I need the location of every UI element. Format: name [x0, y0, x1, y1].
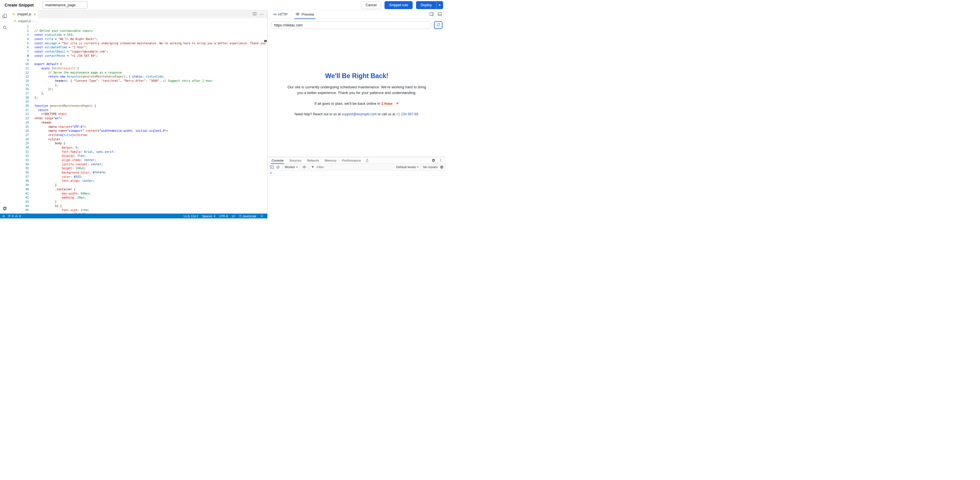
- code-line[interactable]: 41 max-width: 600px;: [10, 192, 267, 196]
- code-line[interactable]: 16 });: [10, 87, 267, 92]
- line-number[interactable]: 13: [10, 75, 34, 79]
- cursor-position[interactable]: Ln 8, Col 2: [184, 214, 198, 218]
- code-line[interactable]: 23<html lang="en">: [10, 116, 267, 121]
- code-line[interactable]: 7const contactEmail = "support@example.c…: [10, 50, 267, 54]
- line-number[interactable]: 44: [10, 204, 34, 209]
- line-number[interactable]: 28: [10, 138, 34, 142]
- line-number[interactable]: 20: [10, 104, 34, 108]
- code-line[interactable]: 25 <meta charset="UTF-8">: [10, 125, 267, 129]
- line-number[interactable]: 36: [10, 171, 34, 175]
- log-levels-selector[interactable]: Default levels▾: [396, 165, 418, 169]
- code-line[interactable]: 32 display: flex;: [10, 154, 267, 158]
- devtools-tab-memory[interactable]: Memory: [322, 157, 340, 163]
- context-selector[interactable]: Worker▾: [285, 165, 298, 169]
- code-line[interactable]: 31 font-family: Arial, sans-serif;: [10, 150, 267, 154]
- line-number[interactable]: 1: [10, 25, 34, 29]
- line-number[interactable]: 6: [10, 46, 34, 50]
- tab-snippet-js[interactable]: JS snippet.js ×: [10, 10, 39, 18]
- line-number[interactable]: 42: [10, 196, 34, 200]
- line-number[interactable]: 7: [10, 50, 34, 54]
- console-sidebar-icon[interactable]: [270, 165, 274, 169]
- language-mode[interactable]: {} JavaScript: [239, 214, 256, 218]
- code-line[interactable]: 10export default {: [10, 62, 267, 67]
- line-number[interactable]: 5: [10, 41, 34, 46]
- url-input[interactable]: [271, 21, 431, 29]
- refresh-button[interactable]: [434, 21, 442, 29]
- line-number[interactable]: 17: [10, 92, 34, 96]
- devtools-tab-network[interactable]: Network: [304, 157, 321, 163]
- code-line[interactable]: 29 body {: [10, 141, 267, 146]
- line-number[interactable]: 14: [10, 79, 34, 83]
- devtools-tab-performance[interactable]: Performance: [339, 157, 364, 163]
- code-line[interactable]: 9: [10, 58, 267, 62]
- line-number[interactable]: 27: [10, 133, 34, 138]
- line-number[interactable]: 22: [10, 112, 34, 116]
- panel-right-icon[interactable]: [430, 12, 434, 17]
- code-line[interactable]: 19: [10, 100, 267, 104]
- code-line[interactable]: 45 font-size: 2rem;: [10, 208, 267, 212]
- line-number[interactable]: 35: [10, 166, 34, 171]
- line-number[interactable]: 32: [10, 154, 34, 158]
- console-settings-gear-icon[interactable]: [440, 165, 444, 169]
- more-actions-icon[interactable]: ⋯: [260, 12, 264, 16]
- deploy-button[interactable]: Deploy: [416, 1, 436, 9]
- code-line[interactable]: 44 h1 {: [10, 204, 267, 209]
- console-prompt-row[interactable]: >: [267, 170, 446, 176]
- line-number[interactable]: 41: [10, 192, 34, 196]
- line-number[interactable]: 8: [10, 54, 34, 58]
- code-line[interactable]: 20function generateMaintenancePage() {: [10, 104, 267, 108]
- line-number[interactable]: 2: [10, 29, 34, 33]
- breadcrumb[interactable]: JS snippet.js › …: [10, 18, 267, 24]
- notifications-bell-icon[interactable]: [260, 214, 263, 217]
- live-expression-eye-icon[interactable]: [302, 165, 306, 169]
- line-number[interactable]: 23: [10, 116, 34, 121]
- code-line[interactable]: 18};: [10, 96, 267, 100]
- code-line[interactable]: 35 height: 100vh;: [10, 166, 267, 171]
- console-filter-input[interactable]: [316, 165, 394, 169]
- snippet-rule-button[interactable]: Snippet rule: [385, 1, 413, 9]
- line-number[interactable]: 33: [10, 158, 34, 162]
- line-number[interactable]: 43: [10, 200, 34, 204]
- encoding[interactable]: UTF-8: [219, 214, 228, 218]
- code-line[interactable]: 22 <!DOCTYPE html>: [10, 112, 267, 116]
- cancel-button[interactable]: Cancel: [361, 1, 381, 9]
- phone-link[interactable]: +1 234 567 89: [396, 112, 418, 116]
- line-number[interactable]: 11: [10, 67, 34, 71]
- beaker-icon[interactable]: [364, 157, 371, 163]
- issues-counter[interactable]: No Issues: [423, 165, 438, 169]
- line-number[interactable]: 38: [10, 179, 34, 183]
- files-icon[interactable]: [2, 14, 7, 19]
- eol-sequence[interactable]: LF: [232, 214, 235, 218]
- line-number[interactable]: 37: [10, 175, 34, 179]
- line-number[interactable]: 34: [10, 162, 34, 167]
- line-number[interactable]: 40: [10, 187, 34, 192]
- devtools-tab-console[interactable]: Console: [269, 157, 286, 163]
- code-line[interactable]: 4const title = "We'll Be Right Back!";: [10, 37, 267, 41]
- code-line[interactable]: 21 return `: [10, 108, 267, 112]
- tab-http[interactable]: </> HTTP: [270, 10, 290, 19]
- code-line[interactable]: 43 }: [10, 200, 267, 204]
- line-number[interactable]: 4: [10, 37, 34, 41]
- breadcrumb-file[interactable]: snippet.js: [18, 19, 31, 23]
- remote-indicator-icon[interactable]: [2, 215, 5, 217]
- line-number[interactable]: 3: [10, 33, 34, 37]
- code-line[interactable]: 34 justify-content: center;: [10, 162, 267, 167]
- code-line[interactable]: 27 <title>${title}</title>: [10, 133, 267, 138]
- panel-bottom-icon[interactable]: [438, 12, 442, 17]
- settings-gear-icon[interactable]: [3, 206, 7, 211]
- code-line[interactable]: 6const estimatedTime = "1 hour";: [10, 46, 267, 50]
- line-number[interactable]: 15: [10, 83, 34, 87]
- line-number[interactable]: 19: [10, 100, 34, 104]
- kebab-menu-icon[interactable]: ⋮: [439, 158, 442, 162]
- code-line[interactable]: 39 }: [10, 183, 267, 187]
- code-line[interactable]: 1: [10, 25, 267, 29]
- line-number[interactable]: 26: [10, 129, 34, 133]
- code-line[interactable]: 33 align-items: center;: [10, 158, 267, 162]
- code-editor[interactable]: 12// Define your customizable inputs3con…: [10, 24, 267, 214]
- line-number[interactable]: 18: [10, 96, 34, 100]
- line-number[interactable]: 21: [10, 108, 34, 112]
- code-line[interactable]: 15 },: [10, 83, 267, 87]
- line-number[interactable]: 46: [10, 212, 34, 214]
- line-number[interactable]: 30: [10, 146, 34, 150]
- line-number[interactable]: 16: [10, 87, 34, 92]
